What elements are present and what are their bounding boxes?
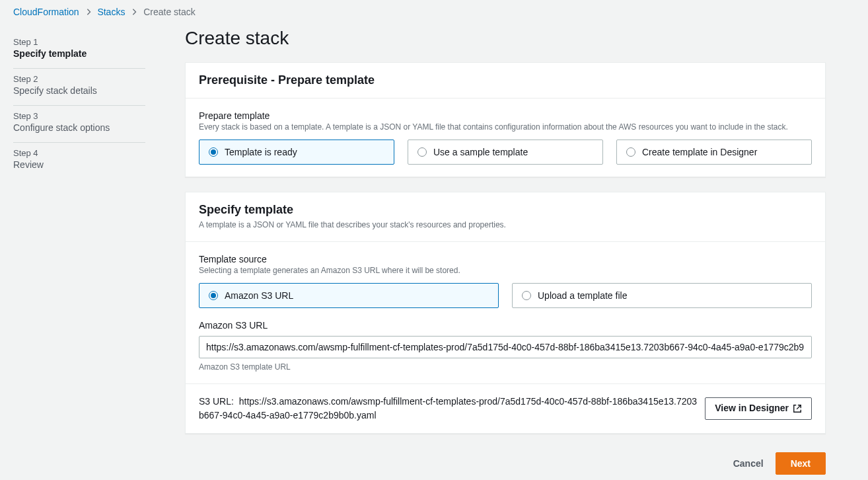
s3-url-preview-label: S3 URL:	[199, 396, 234, 407]
wizard-step-1[interactable]: Step 1 Specify template	[13, 32, 145, 69]
tile-label: Create template in Designer	[642, 147, 757, 157]
tile-label: Use a sample template	[433, 147, 528, 157]
breadcrumb-current: Create stack	[143, 7, 196, 17]
radio-icon	[626, 147, 635, 157]
prepare-template-label: Prepare template	[199, 110, 812, 121]
s3-url-helper: Amazon S3 template URL	[199, 362, 812, 372]
main-content: Create stack Prerequisite - Prepare temp…	[159, 24, 839, 480]
tile-label: Template is ready	[225, 147, 297, 157]
wizard-step-label: Step 1	[13, 37, 145, 47]
panel-specify-template: Specify template A template is a JSON or…	[185, 192, 826, 434]
wizard-step-title: Specify stack details	[13, 85, 145, 96]
panel-specify-desc: A template is a JSON or YAML file that d…	[199, 220, 812, 231]
s3-url-input[interactable]	[199, 336, 812, 358]
wizard-nav: Step 1 Specify template Step 2 Specify s…	[0, 24, 159, 480]
wizard-step-title: Specify template	[13, 48, 145, 59]
wizard-step-3[interactable]: Step 3 Configure stack options	[13, 106, 145, 143]
tile-upload-file[interactable]: Upload a template file	[512, 283, 812, 308]
template-source-label: Template source	[199, 254, 812, 264]
tile-s3-url[interactable]: Amazon S3 URL	[199, 283, 499, 308]
panel-specify-title: Specify template	[199, 203, 812, 217]
radio-icon	[417, 147, 427, 157]
panel-prerequisite: Prerequisite - Prepare template Prepare …	[185, 62, 826, 177]
view-in-designer-label: View in Designer	[715, 402, 789, 415]
wizard-step-label: Step 2	[13, 74, 145, 84]
radio-icon	[209, 291, 218, 300]
radio-icon	[209, 147, 218, 157]
wizard-step-4[interactable]: Step 4 Review	[13, 143, 145, 179]
template-source-desc: Selecting a template generates an Amazon…	[199, 266, 812, 275]
wizard-step-label: Step 3	[13, 111, 145, 121]
tile-sample-template[interactable]: Use a sample template	[408, 140, 603, 165]
chevron-right-icon	[86, 7, 91, 17]
prepare-template-desc: Every stack is based on a template. A te…	[199, 122, 812, 132]
next-button[interactable]: Next	[776, 452, 826, 475]
page-title: Create stack	[185, 28, 826, 49]
s3-url-preview-value: https://s3.amazonaws.com/awsmp-fulfillme…	[199, 396, 697, 420]
tile-create-designer[interactable]: Create template in Designer	[616, 140, 812, 165]
external-link-icon	[793, 404, 802, 413]
panel-prerequisite-title: Prerequisite - Prepare template	[199, 73, 812, 87]
wizard-step-title: Configure stack options	[13, 122, 145, 133]
tile-template-ready[interactable]: Template is ready	[199, 140, 394, 165]
view-in-designer-button[interactable]: View in Designer	[705, 397, 812, 420]
s3-url-preview: S3 URL: https://s3.amazonaws.com/awsmp-f…	[199, 395, 697, 422]
action-bar: Cancel Next	[185, 448, 826, 480]
breadcrumb-link-stacks[interactable]: Stacks	[97, 7, 125, 17]
chevron-right-icon	[131, 7, 137, 17]
wizard-step-title: Review	[13, 159, 145, 170]
wizard-step-label: Step 4	[13, 148, 145, 158]
cancel-button[interactable]: Cancel	[731, 452, 766, 475]
breadcrumb-link-cloudformation[interactable]: CloudFormation	[13, 7, 79, 17]
tile-label: Upload a template file	[538, 290, 627, 301]
s3-url-label: Amazon S3 URL	[199, 320, 812, 331]
breadcrumb: CloudFormation Stacks Create stack	[0, 0, 868, 24]
tile-label: Amazon S3 URL	[225, 290, 293, 301]
radio-icon	[522, 291, 531, 300]
wizard-step-2[interactable]: Step 2 Specify stack details	[13, 69, 145, 106]
